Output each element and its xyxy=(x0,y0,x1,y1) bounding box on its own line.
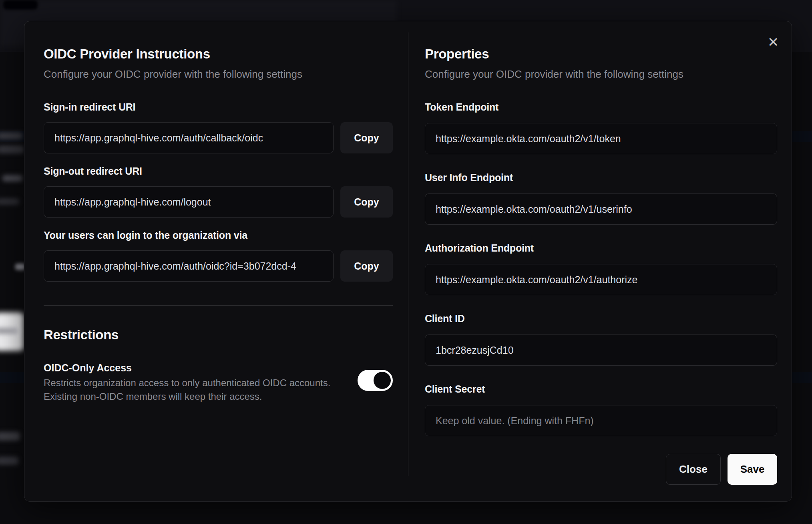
oidc-only-access-row: OIDC-Only Access Restricts organization … xyxy=(44,362,393,403)
field-label: Client ID xyxy=(425,313,777,324)
oidc-settings-dialog: ✕ OIDC Provider Instructions Configure y… xyxy=(24,21,792,502)
field-authorization-endpoint: Authorization Endpoint xyxy=(425,242,777,295)
page: ✕ OIDC Provider Instructions Configure y… xyxy=(0,0,812,524)
field-label: User Info Endpoint xyxy=(425,172,777,183)
close-button[interactable]: Close xyxy=(666,454,721,485)
field-label: Client Secret xyxy=(425,383,777,395)
background-fragment xyxy=(0,457,18,465)
copy-button[interactable]: Copy xyxy=(340,250,393,282)
oidc-only-toggle[interactable] xyxy=(358,370,393,391)
field-sign-in-redirect-uri: Sign-in redirect URI Copy xyxy=(44,101,393,153)
background-fragment xyxy=(0,198,19,205)
client-id-input[interactable] xyxy=(425,335,777,366)
oidc-only-access-text: OIDC-Only Access Restricts organization … xyxy=(44,362,330,403)
client-secret-input[interactable] xyxy=(425,405,777,436)
field-token-endpoint: Token Endpoint xyxy=(425,101,777,154)
instructions-subtitle: Configure your OIDC provider with the fo… xyxy=(44,68,393,81)
field-sign-out-redirect-uri: Sign-out redirect URI Copy xyxy=(44,165,393,218)
properties-title: Properties xyxy=(425,46,777,62)
token-endpoint-input[interactable] xyxy=(425,123,777,154)
properties-column: Properties Configure your OIDC provider … xyxy=(408,21,792,485)
save-button[interactable]: Save xyxy=(728,454,777,485)
sign-in-redirect-uri-input[interactable] xyxy=(44,122,334,153)
copy-button[interactable]: Copy xyxy=(340,186,393,218)
field-client-id: Client ID xyxy=(425,313,777,366)
restrictions-title: Restrictions xyxy=(44,326,393,343)
instructions-column: OIDC Provider Instructions Configure you… xyxy=(24,21,408,403)
background-fragment xyxy=(2,175,22,181)
properties-subtitle: Configure your OIDC provider with the fo… xyxy=(425,68,777,81)
sign-out-redirect-uri-input[interactable] xyxy=(44,186,334,218)
toggle-knob xyxy=(374,372,391,389)
field-label: Sign-in redirect URI xyxy=(44,101,393,113)
field-label: Your users can login to the organization… xyxy=(44,230,393,241)
copy-button[interactable]: Copy xyxy=(340,122,393,153)
organization-login-url-input[interactable] xyxy=(44,250,334,282)
user-info-endpoint-input[interactable] xyxy=(425,193,777,225)
field-user-info-endpoint: User Info Endpoint xyxy=(425,172,777,225)
field-login-url: Your users can login to the organization… xyxy=(44,230,393,282)
background-fragment xyxy=(0,145,24,153)
oidc-only-access-label: OIDC-Only Access xyxy=(44,362,330,374)
oidc-only-access-description-line: Existing non-OIDC members will keep thei… xyxy=(44,390,330,403)
instructions-title: OIDC Provider Instructions xyxy=(44,46,393,62)
authorization-endpoint-input[interactable] xyxy=(425,264,777,295)
background-fragment xyxy=(3,0,38,10)
field-client-secret: Client Secret xyxy=(425,383,777,436)
background-fragment xyxy=(0,432,20,441)
field-label: Authorization Endpoint xyxy=(425,242,777,254)
field-label: Sign-out redirect URI xyxy=(44,165,393,177)
background-fragment xyxy=(0,328,18,334)
oidc-only-access-description-line: Restricts organization access to only au… xyxy=(44,376,330,390)
background-fragment xyxy=(0,132,22,139)
field-label: Token Endpoint xyxy=(425,101,777,113)
section-divider xyxy=(44,305,393,306)
dialog-actions: Close Save xyxy=(425,454,777,485)
